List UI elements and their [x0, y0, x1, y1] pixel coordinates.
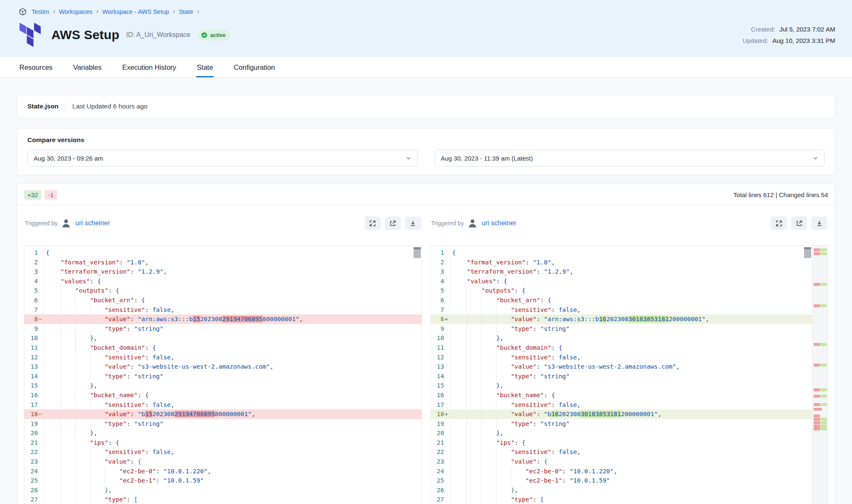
- overview-ruler[interactable]: [812, 246, 828, 504]
- diff-card: +32 -1 Total lines 612 | Changed lines 5…: [17, 183, 835, 504]
- line-number-gutter: 3: [24, 267, 44, 277]
- open-external-button[interactable]: [385, 216, 401, 230]
- breadcrumb-item-state[interactable]: State: [179, 8, 193, 15]
- code-token: "bucket_name": [90, 392, 138, 398]
- code-line: 11 "bucket_domain": {: [431, 343, 812, 353]
- code-token: "10.0.1.220": [163, 468, 207, 475]
- code-token: false: [152, 401, 171, 408]
- code-token: "type": [105, 325, 127, 332]
- diff-column-right: Triggered by uri scheiner: [430, 205, 828, 504]
- user-link[interactable]: uri scheiner: [482, 219, 517, 227]
- code-token: :: [562, 477, 569, 484]
- code-token: "type": [511, 373, 533, 380]
- code-token: ,: [252, 411, 255, 417]
- tab-configuration[interactable]: Configuration: [234, 57, 275, 77]
- line-number-gutter: 17: [431, 400, 450, 410]
- version-select-right-value: Aug 30, 2023 - 11:39 am (Latest): [441, 155, 533, 162]
- line-number-gutter: 12: [24, 353, 44, 362]
- download-button[interactable]: [405, 216, 421, 230]
- scrollbar-thumb[interactable]: [414, 247, 421, 258]
- code-line: 19 "type": "string": [431, 419, 812, 429]
- code-token: 29194706895: [222, 316, 263, 322]
- open-external-button[interactable]: [791, 216, 807, 230]
- code-token: [: [540, 496, 544, 503]
- expand-button[interactable]: [365, 216, 381, 230]
- line-number-gutter: 12: [431, 353, 450, 362]
- line-number-gutter: 6: [24, 296, 44, 305]
- code-token: 15: [193, 316, 200, 322]
- code-token: "value": [511, 363, 536, 370]
- version-select-right[interactable]: Aug 30, 2023 - 11:39 am (Latest): [435, 150, 825, 166]
- code-token: 202308: [152, 411, 174, 417]
- line-number-gutter: 7: [24, 305, 44, 315]
- line-number-gutter: 27: [431, 495, 450, 504]
- code-line: 5 "outputs": {: [24, 286, 422, 296]
- code-token: false: [559, 401, 577, 408]
- tab-variables[interactable]: Variables: [73, 57, 102, 77]
- code-token: :: [130, 363, 138, 370]
- code-token: "bucket_arn": [496, 297, 540, 303]
- line-number-gutter: 3: [431, 267, 450, 277]
- chevron-right-icon: ›: [173, 8, 175, 15]
- code-token: :: [536, 411, 544, 417]
- code-token: :: [127, 496, 134, 503]
- code-line: 26 },: [431, 486, 812, 495]
- version-select-left[interactable]: Aug 30, 2023 - 09:26 am: [27, 150, 418, 166]
- code-line: 25 "ec2-be-1": "10.0.1.59": [431, 476, 812, 486]
- code-line: 10 },: [431, 333, 812, 343]
- diff-summary-row: +32 -1 Total lines 612 | Changed lines 5…: [17, 189, 835, 205]
- code-token: ,: [163, 268, 167, 275]
- code-line: 9 "type": "string": [24, 324, 422, 334]
- code-line: 17 "sensitive": false,: [431, 400, 812, 410]
- line-number-gutter: 6: [431, 296, 450, 305]
- code-token: "value": [511, 458, 536, 465]
- code-token: :: [130, 268, 138, 275]
- line-number-gutter: 11: [431, 343, 450, 353]
- code-token: "arn:aws:s3:::b: [544, 316, 599, 322]
- panel-header-right: Triggered by uri scheiner: [431, 216, 828, 230]
- line-number-gutter: 19: [431, 419, 450, 429]
- page-title: AWS Setup: [51, 28, 119, 42]
- code-token: ,: [577, 449, 581, 455]
- code-token: }: [496, 382, 500, 389]
- code-line: 14 "type": "string": [24, 372, 422, 381]
- line-number-gutter: 22: [24, 447, 44, 457]
- breadcrumb-item-testim[interactable]: Testim: [32, 8, 49, 15]
- code-line: 7 "sensitive": false,: [24, 305, 422, 315]
- updated-value: Aug 10, 2023 3:31 PM: [772, 37, 835, 44]
- code-token: {: [544, 458, 548, 465]
- tab-resources[interactable]: Resources: [19, 57, 53, 77]
- tab-execution-history[interactable]: Execution History: [122, 57, 176, 77]
- line-number-gutter: 14: [431, 372, 450, 381]
- code-line: 23 "value": {: [431, 457, 812, 467]
- code-token: "10.0.1.59": [570, 477, 610, 484]
- code-token: ,: [93, 382, 97, 389]
- download-button[interactable]: [811, 216, 827, 230]
- line-number-gutter: 20: [431, 428, 450, 438]
- line-number-gutter: 27: [24, 495, 44, 504]
- code-token: 16: [599, 316, 606, 322]
- code-token: ,: [270, 363, 273, 370]
- tab-state[interactable]: State: [197, 57, 213, 77]
- code-token: false: [559, 306, 577, 313]
- code-token: {: [116, 439, 119, 446]
- code-token: :: [533, 496, 540, 503]
- scrollbar-thumb[interactable]: [804, 247, 811, 258]
- user-link[interactable]: uri scheiner: [75, 219, 110, 227]
- code-token: "string": [540, 325, 570, 332]
- expand-button[interactable]: [771, 216, 787, 230]
- code-token: 15: [145, 411, 152, 417]
- code-line: 20 },: [24, 428, 422, 438]
- breadcrumb-item-workspace-aws-setup[interactable]: Workspace - AWS Setup: [102, 8, 169, 15]
- code-token: :: [145, 401, 152, 408]
- line-number-gutter: 1: [24, 248, 44, 258]
- line-totals: Total lines 612 | Changed lines 54: [733, 191, 828, 198]
- code-token: "sensitive": [511, 354, 551, 361]
- code-token: "ec2-be-0": [526, 468, 562, 475]
- breadcrumb-item-workspaces[interactable]: Workspaces: [59, 8, 93, 15]
- code-line: 6 "bucket_arn": {: [24, 296, 422, 305]
- code-line: 16 "bucket_name": {: [24, 391, 422, 400]
- code-token: :: [156, 477, 163, 484]
- code-token: :: [145, 306, 152, 313]
- code-token: :: [127, 373, 134, 380]
